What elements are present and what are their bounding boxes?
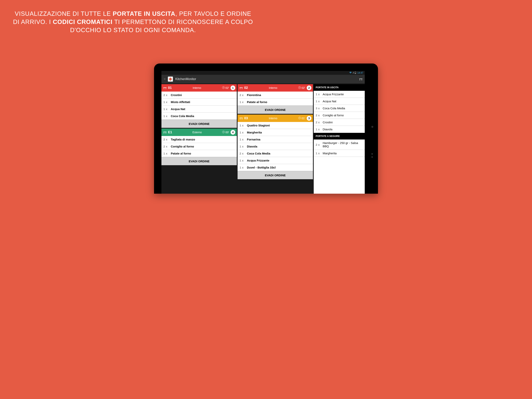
order-card-02[interactable]: 02 Interno 02' 2 2 xFiorentina 1 xPatate… (238, 84, 266, 114)
table-icon (163, 131, 166, 134)
order-row[interactable]: 1 xMargherita (238, 129, 266, 136)
time-wrap: 00' (222, 131, 229, 134)
time-wrap: 02' (222, 86, 229, 90)
clock-icon (222, 86, 225, 90)
app-logo-icon (168, 77, 173, 82)
app-bar: ≡ KitchenMonitor (161, 75, 266, 83)
table-number: 03 (244, 116, 248, 120)
promo-text: VISUALIZZAZIONE DI TUTTE LE PORTATE IN U… (0, 0, 266, 40)
order-card-01[interactable]: 01 Interno 02' 1 2 xCrostini 1 xMisto Af… (161, 84, 237, 128)
order-row[interactable]: 1 xDuvel - Bottiglia 33cl (238, 164, 266, 171)
orders-column-1: 01 Interno 02' 1 2 xCrostini 1 xMisto Af… (161, 84, 237, 194)
content-area: 01 Interno 02' 1 2 xCrostini 1 xMisto Af… (161, 83, 266, 194)
order-row[interactable]: 1 xQuattro Stagioni (238, 122, 266, 129)
order-row[interactable]: 2 xFiorentina (238, 91, 266, 99)
order-row[interactable]: 1 xPatate al forno (161, 150, 237, 157)
evadi-ordine-button[interactable]: EVADI ORDINE (161, 120, 237, 128)
order-row[interactable]: 1 xFornarina (238, 136, 266, 143)
table-number: 02 (244, 86, 248, 90)
evadi-ordine-button[interactable]: EVADI ORDINE (238, 106, 266, 114)
time-value: 00' (226, 131, 229, 134)
order-row[interactable]: 2 xTagliata di manzo (161, 136, 237, 143)
order-header[interactable]: 02 Interno 02' 2 (238, 84, 266, 91)
table-number: 01 (168, 86, 172, 90)
order-row[interactable]: 1 xAcqua Nat (161, 106, 237, 113)
clock-icon (222, 131, 225, 134)
order-header[interactable]: 01 Interno 02' 1 (161, 84, 237, 91)
order-row[interactable]: 2 xConiglio al forno (161, 143, 237, 150)
sequence-badge: 1 (231, 85, 235, 90)
order-row[interactable]: 1 xPatate al forno (238, 99, 266, 106)
menu-icon[interactable]: ≡ (164, 77, 165, 81)
status-bar: 14:47 (161, 71, 266, 75)
sequence-badge: 4 (231, 130, 235, 135)
zone-label: Interno (173, 86, 221, 90)
order-header[interactable]: 03 Interno 01' 3 (238, 115, 266, 122)
order-header[interactable]: E1 Esterno 00' 4 (161, 129, 237, 136)
order-row[interactable]: 2 xCoca Cola Media (238, 150, 266, 157)
order-card-03[interactable]: 03 Interno 01' 3 1 xQuattro Stagioni 1 x… (238, 115, 266, 179)
orders-column-2: 02 Interno 02' 2 2 xFiorentina 1 xPatate… (238, 84, 266, 194)
table-icon (240, 86, 243, 90)
table-icon (163, 86, 166, 90)
order-card-e1[interactable]: E1 Esterno 00' 4 2 xTagliata di manzo 2 … (161, 129, 237, 165)
order-row[interactable]: 1 xAcqua Frizzante (238, 157, 266, 164)
order-row[interactable]: 1 xDiavola (238, 143, 266, 150)
order-row[interactable]: 2 xCrostini (161, 91, 237, 99)
order-row[interactable]: 1 xCoca Cola Media (161, 113, 237, 120)
screen: 14:47 ≡ KitchenMonitor 01 Interno (161, 71, 266, 194)
zone-label: Interno (249, 117, 266, 120)
evadi-ordine-button[interactable]: EVADI ORDINE (238, 171, 266, 179)
order-row[interactable]: 1 xMisto Affettati (161, 99, 237, 106)
table-number: E1 (168, 130, 172, 134)
evadi-ordine-button[interactable]: EVADI ORDINE (161, 157, 237, 165)
app-title: KitchenMonitor (175, 77, 196, 81)
tablet-frame: 14:47 ≡ KitchenMonitor 01 Interno (154, 64, 266, 194)
time-value: 02' (226, 86, 229, 90)
zone-label: Interno (249, 86, 266, 90)
table-icon (240, 117, 243, 120)
zone-label: Esterno (174, 131, 221, 134)
